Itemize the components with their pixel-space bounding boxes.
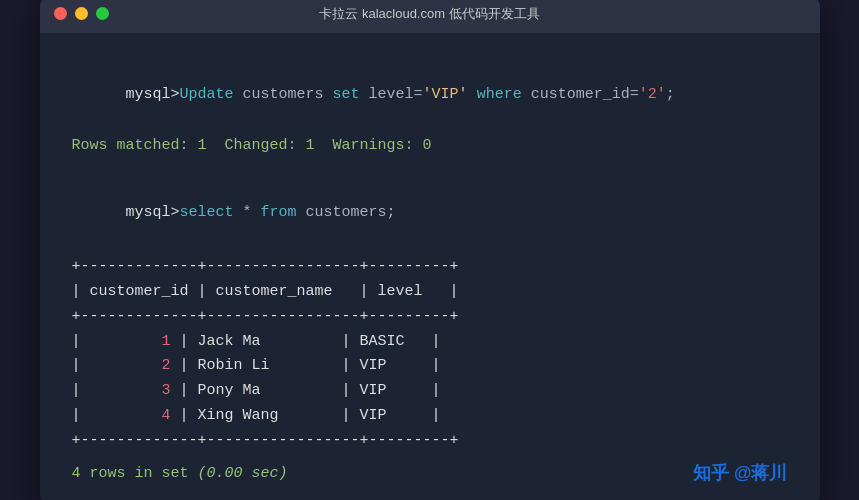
table-row: | 1 | Jack Ma | BASIC |: [72, 330, 788, 355]
table-row: | 4 | Xing Wang | VIP |: [72, 404, 788, 429]
watermark: 知乎 @蒋川: [693, 461, 788, 485]
terminal-window: 卡拉云 kalacloud.com 低代码开发工具 mysql>Update c…: [40, 0, 820, 500]
time-text: (0.00 sec): [198, 465, 288, 482]
table-name: customers;: [297, 204, 396, 221]
border-mid: +-------------+-----------------+-------…: [72, 305, 788, 330]
table-header: | customer_id | customer_name | level |: [72, 280, 788, 305]
table: +-------------+-----------------+-------…: [72, 255, 788, 453]
star-text: *: [234, 204, 261, 221]
row4-id: 4: [162, 407, 171, 424]
close-button[interactable]: [54, 7, 67, 20]
spacer-1: [72, 159, 788, 175]
customerid-text: customer_id=: [522, 86, 639, 103]
id-value: '2': [639, 86, 666, 103]
traffic-lights: [54, 7, 109, 20]
prompt-1: mysql>: [126, 86, 180, 103]
border-bottom: +-------------+-----------------+-------…: [72, 429, 788, 454]
row3-id: 3: [162, 382, 171, 399]
from-keyword: from: [261, 204, 297, 221]
update-keyword: Update: [180, 86, 234, 103]
prompt-2: mysql>: [126, 204, 180, 221]
update-result: Rows matched: 1 Changed: 1 Warnings: 0: [72, 133, 788, 159]
terminal-body: mysql>Update customers set level='VIP' w…: [40, 33, 820, 500]
semicolon-1: ;: [666, 86, 675, 103]
maximize-button[interactable]: [96, 7, 109, 20]
select-command-line: mysql>select * from customers;: [72, 175, 788, 252]
where-text: [468, 86, 477, 103]
titlebar: 卡拉云 kalacloud.com 低代码开发工具: [40, 0, 820, 33]
where-keyword: where: [477, 86, 522, 103]
row1-id: 1: [162, 333, 171, 350]
minimize-button[interactable]: [75, 7, 88, 20]
vip-value: 'VIP': [423, 86, 468, 103]
table-row: | 2 | Robin Li | VIP |: [72, 354, 788, 379]
footer: 4 rows in set (0.00 sec) 知乎 @蒋川: [72, 461, 788, 485]
update-text: customers: [234, 86, 333, 103]
window-title: 卡拉云 kalacloud.com 低代码开发工具: [319, 5, 539, 23]
table-row: | 3 | Pony Ma | VIP |: [72, 379, 788, 404]
update-command-line: mysql>Update customers set level='VIP' w…: [72, 57, 788, 134]
select-keyword: select: [180, 204, 234, 221]
row2-id: 2: [162, 357, 171, 374]
set-keyword: set: [333, 86, 360, 103]
rows-result: 4 rows in set (0.00 sec): [72, 465, 288, 482]
level-text: level=: [360, 86, 423, 103]
rows-text: 4 rows in set: [72, 465, 198, 482]
border-top: +-------------+-----------------+-------…: [72, 255, 788, 280]
